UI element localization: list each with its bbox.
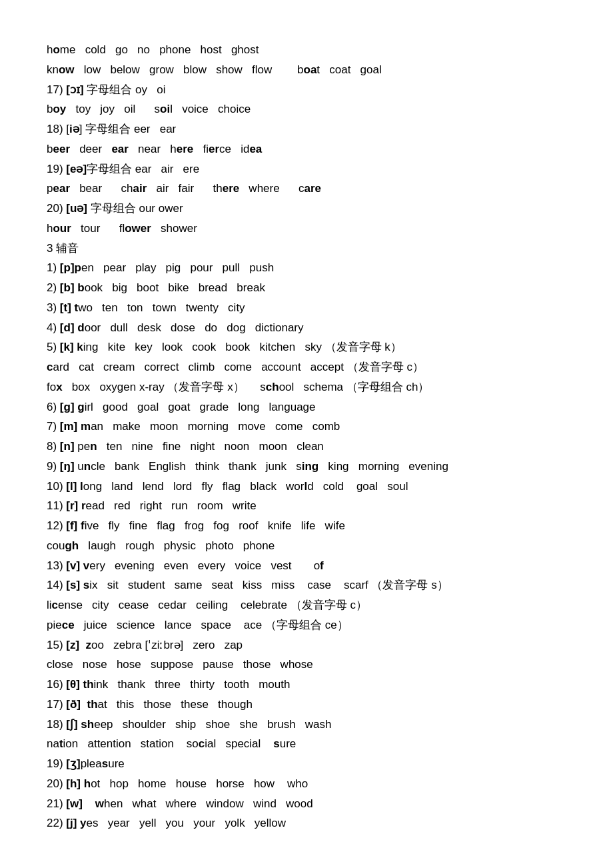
line-5: 18) [iə] 字母组合 eer ear (47, 119, 566, 139)
line-8: pear bear chair air fair there where car… (47, 179, 566, 199)
line-40: 22) [j] yes year yell you your yolk yell… (47, 813, 566, 833)
line-13: 2) [b] book big boot bike bread break (47, 278, 566, 298)
line-21: 8) [n] pen ten nine fine night noon moon… (47, 437, 566, 457)
line-10: hour tour flower shower (47, 219, 566, 239)
line-18: fox box oxygen x-ray （发音字母 x） school sch… (47, 377, 566, 397)
line-25: 12) [f] five fly fine flag frog fog roof… (47, 516, 566, 536)
line-22: 9) [ŋ] uncle bank English think thank ju… (47, 457, 566, 477)
line-35: 18) [ʃ] sheep shoulder ship shoe she bru… (47, 715, 566, 735)
line-29: license city cease cedar ceiling celebra… (47, 595, 566, 615)
line-30: piece juice science lance space ace （字母组… (47, 615, 566, 635)
line-19: 6) [g] girl good goal goat grade long la… (47, 397, 566, 417)
line-12: 1) [p]pen pear play pig pour pull push (47, 258, 566, 278)
line-4: boy toy joy oil soil voice choice (47, 99, 566, 119)
page-content: home cold go no phone host ghost know lo… (47, 40, 566, 833)
line-9: 20) [uə] 字母组合 our ower (47, 199, 566, 219)
line-23: 10) [l] long land lend lord fly flag bla… (47, 477, 566, 497)
line-26: cough laugh rough physic photo phone (47, 536, 566, 556)
line-31: 15) [z] zoo zebra [ˈziːbrə] zero zap (47, 635, 566, 655)
line-1: home cold go no phone host ghost (47, 40, 566, 60)
line-17: card cat cream correct climb come accoun… (47, 357, 566, 377)
line-28: 14) [s] six sit student same seat kiss m… (47, 575, 566, 595)
line-15: 4) [d] door dull desk dose do dog dictio… (47, 318, 566, 338)
line-39: 21) [w] when what where window wind wood (47, 794, 566, 814)
line-11: 3 辅音 (47, 239, 566, 259)
line-38: 20) [h] hot hop home house horse how who (47, 774, 566, 794)
line-7: 19) [eə]字母组合 ear air ere (47, 159, 566, 179)
line-37: 19) [ʒ]pleasure (47, 754, 566, 774)
line-36: nation attention station social special … (47, 734, 566, 754)
line-27: 13) [v] very evening even every voice ve… (47, 556, 566, 576)
line-24: 11) [r] read red right run room write (47, 496, 566, 516)
line-20: 7) [m] man make moon morning move come c… (47, 417, 566, 437)
line-33: 16) [θ] think thank three thirty tooth m… (47, 675, 566, 695)
line-16: 5) [k] king kite key look cook book kitc… (47, 337, 566, 357)
line-14: 3) [t] two ten ton town twenty city (47, 298, 566, 318)
line-3: 17) [ɔɪ] 字母组合 oy oi (47, 80, 566, 100)
line-6: beer deer ear near here fierce idea (47, 139, 566, 159)
line-2: know low below grow blow show flow boat … (47, 60, 566, 80)
line-34: 17) [ð] that this those these though (47, 695, 566, 715)
line-32: close nose hose suppose pause those whos… (47, 655, 566, 675)
